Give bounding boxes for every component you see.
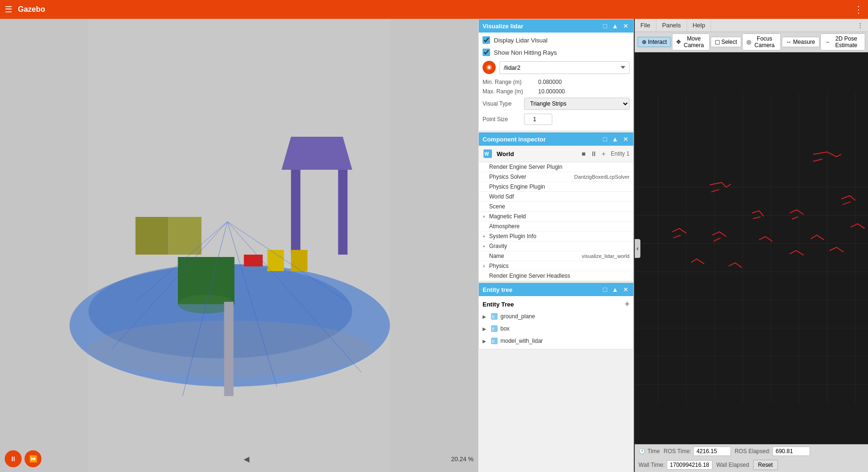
scene-background	[0, 19, 478, 472]
max-range-row: Max. Range (m) 10.000000	[483, 88, 630, 95]
collapse-arrow-button[interactable]: ◀	[244, 455, 249, 464]
comp-name-row[interactable]: Name visualize_lidar_world	[479, 251, 633, 261]
rviz-help-menu[interactable]: Help	[687, 19, 712, 32]
entity-tree-close-button[interactable]: ✕	[622, 286, 630, 293]
entity-tree-minimize-button[interactable]: □	[602, 286, 608, 293]
expand-icon: +	[483, 234, 489, 239]
ros-elapsed-input[interactable]	[772, 447, 810, 456]
ros-time-label: ROS Time:	[663, 448, 691, 455]
collapse-handle[interactable]: ‹	[635, 239, 640, 258]
select-label: Select	[721, 39, 737, 45]
world-add-button[interactable]: +	[600, 150, 607, 157]
comp-render-headless[interactable]: Render Engine Server Headless	[479, 271, 633, 281]
comp-name: World Sdf	[489, 193, 630, 200]
display-lidar-checkbox[interactable]	[483, 36, 490, 44]
svg-rect-10	[268, 250, 284, 271]
comp-name: Gravity	[489, 243, 630, 249]
visualize-lidar-header: Visualize lidar □ ▲ ✕	[479, 19, 633, 33]
lidar-expand-button[interactable]: ▲	[611, 22, 619, 30]
clock-icon: 🕐	[639, 448, 646, 455]
lidar-select[interactable]: /lidar2	[500, 61, 630, 74]
comp-physics-engine[interactable]: Physics Engine Plugin	[479, 182, 633, 192]
interact-tool-button[interactable]: ⊕ Interact	[638, 37, 671, 47]
visual-type-select[interactable]: Triangle Strips Points Lines	[524, 98, 630, 110]
select-tool-button[interactable]: ▢ Select	[711, 37, 741, 47]
rviz-more-icon[interactable]: ⋮	[852, 19, 868, 32]
min-range-value: 0.080000	[538, 79, 562, 85]
tree-item-model-lidar[interactable]: ▶ E model_with_lidar	[479, 335, 633, 347]
world-stop-button[interactable]: ■	[580, 150, 587, 157]
tree-item-box[interactable]: ▶ E box	[479, 323, 633, 335]
move-camera-tool-button[interactable]: ✥ Move Camera	[672, 33, 710, 50]
comp-name: Physics	[489, 263, 630, 269]
world-icon: W	[483, 149, 493, 159]
tree-item-ground-plane[interactable]: ▶ E ground_plane	[479, 310, 633, 323]
expand-icon: +	[483, 214, 489, 219]
hamburger-icon[interactable]: ☰	[5, 4, 12, 15]
comp-system-plugin[interactable]: + System Plugin Info	[479, 232, 633, 241]
svg-rect-12	[136, 217, 169, 255]
rviz-statusbar: 🕐 Time ROS Time: 4216.15 ROS Elapsed: Wa…	[635, 444, 868, 472]
comp-physics-solver[interactable]: Physics Solver DantzigBoxedLcpSolver	[479, 172, 633, 182]
comp-name: Render Engine Server Plugin	[489, 164, 630, 170]
wall-time-label: Wall Time:	[639, 462, 665, 468]
rviz-viewport[interactable]: ‹	[635, 52, 868, 444]
entity-tree-body: Entity Tree + ▶ E ground_plane ▶	[479, 296, 633, 349]
tree-item-label: box	[500, 325, 630, 332]
show-non-hitting-row: Show Non Hitting Rays	[483, 49, 630, 56]
comp-value: visualize_lidar_world	[582, 253, 630, 259]
comp-name: System Plugin Info	[489, 233, 630, 240]
pose-estimate-tool-button[interactable]: → 2D Pose Estimate	[820, 33, 865, 50]
comp-name: Atmosphere	[489, 223, 630, 230]
ros-time-item: ROS Time: 4216.15	[663, 447, 731, 456]
comp-name: Physics Engine Plugin	[489, 183, 630, 190]
max-range-value: 10.000000	[538, 88, 565, 95]
comp-magnetic-field[interactable]: + Magnetic Field	[479, 212, 633, 222]
entity-tree-expand-button[interactable]: ▲	[611, 286, 619, 293]
more-icon[interactable]: ⋮	[854, 4, 863, 15]
reset-button[interactable]: Reset	[753, 460, 778, 470]
viewport[interactable]: ⏸ ⏩ ◀ 20.24 %	[0, 19, 478, 472]
rviz-panel: File Panels Help ⋮ ⊕ Interact ✥ Move Cam…	[634, 19, 868, 472]
viewport-controls: ⏸ ⏩ ◀ 20.24 %	[0, 450, 478, 467]
pose-estimate-icon: →	[825, 39, 830, 45]
measure-tool-button[interactable]: ↔ Measure	[782, 37, 819, 47]
comp-gravity[interactable]: + Gravity	[479, 241, 633, 251]
rviz-file-menu[interactable]: File	[635, 19, 656, 32]
entity-tree-label-row: Entity Tree +	[479, 298, 633, 310]
focus-camera-label: Focus Camera	[753, 35, 777, 49]
world-ctrl-buttons: ■ ⏸ +	[580, 150, 607, 157]
world-pause-button[interactable]: ⏸	[589, 150, 598, 157]
tree-expand-icon: ▶	[483, 326, 488, 331]
expand-icon: +	[483, 264, 489, 269]
point-size-input[interactable]	[524, 114, 552, 125]
lidar-close-button[interactable]: ✕	[622, 22, 630, 30]
comp-render-engine[interactable]: Render Engine Server Plugin	[479, 162, 633, 172]
comp-world-sdf[interactable]: World Sdf	[479, 192, 633, 202]
pause-button[interactable]: ⏸	[5, 450, 22, 467]
lidar-minimize-button[interactable]: □	[602, 22, 608, 30]
wall-time-item: Wall Time: 1700994216.18	[639, 460, 712, 470]
world-title: World	[497, 150, 576, 157]
inspector-expand-button[interactable]: ▲	[611, 135, 619, 143]
entity-tree-add-button[interactable]: +	[624, 300, 630, 308]
visualize-lidar-body: Display Lidar Visual Show Non Hitting Ra…	[479, 33, 633, 131]
step-button[interactable]: ⏩	[25, 450, 41, 467]
interact-label: Interact	[648, 39, 667, 45]
inspector-minimize-button[interactable]: □	[602, 135, 608, 143]
rviz-panels-menu[interactable]: Panels	[656, 19, 687, 32]
comp-scene[interactable]: Scene	[479, 202, 633, 212]
inspector-close-button[interactable]: ✕	[622, 135, 630, 143]
entity-tree-label: Entity Tree	[483, 301, 514, 308]
svg-text:E: E	[492, 315, 495, 319]
panels-stack: Visualize lidar □ ▲ ✕ Display Lidar Visu…	[478, 19, 634, 472]
show-non-hitting-checkbox[interactable]	[483, 49, 490, 56]
ros-elapsed-item: ROS Elapsed:	[735, 447, 810, 456]
comp-physics[interactable]: + Physics	[479, 261, 633, 271]
svg-rect-21	[224, 302, 234, 396]
comp-atmosphere[interactable]: Atmosphere	[479, 222, 633, 232]
svg-rect-5	[291, 170, 301, 255]
svg-rect-13	[169, 217, 202, 255]
world-header-row: W World ■ ⏸ + Entity 1	[479, 146, 633, 162]
focus-camera-tool-button[interactable]: ◎ Focus Camera	[742, 33, 781, 50]
